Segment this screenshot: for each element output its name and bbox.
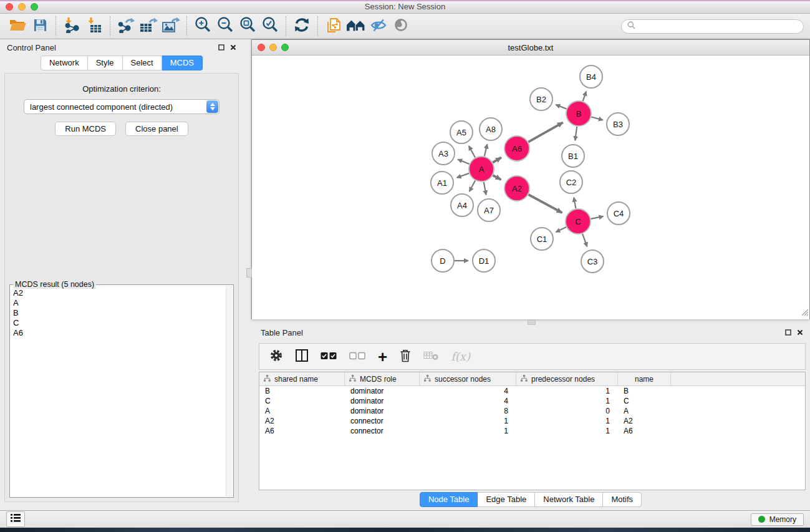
cell-successor-nodes[interactable]: 4 (420, 397, 516, 405)
run-mcds-button[interactable]: Run MCDS (55, 122, 116, 136)
table-row-A6[interactable]: A6connector11A6 (259, 426, 805, 436)
zoom-fit-button[interactable] (236, 16, 259, 37)
export-network-button[interactable] (115, 16, 137, 37)
mcds-result-item[interactable]: B (13, 308, 232, 318)
new-network-from-selection-button[interactable] (322, 16, 345, 37)
save-session-button[interactable] (29, 16, 51, 37)
cell-shared-name[interactable]: A2 (259, 417, 345, 425)
network-canvas[interactable]: B4B2BB3A5A8A6A3B1AA1C2A2A4A7C4CC1C3DD1 (252, 56, 809, 319)
network-zoom-button[interactable] (281, 44, 289, 51)
cell-predecessor-nodes[interactable]: 1 (516, 427, 618, 435)
select-all-checkboxes-icon[interactable] (321, 351, 337, 362)
close-table-panel-icon[interactable] (797, 329, 803, 336)
graph-edge-A-A4[interactable] (470, 181, 475, 192)
column-header-name[interactable]: name (618, 372, 671, 385)
mcds-result-item[interactable]: A6 (13, 328, 232, 338)
import-table-button[interactable] (83, 16, 105, 37)
zoom-window-button[interactable] (31, 3, 38, 11)
task-history-button[interactable] (6, 511, 25, 527)
mcds-result-item[interactable]: C (13, 318, 232, 328)
graph-edge-A6-B[interactable] (528, 122, 563, 142)
trash-icon[interactable] (399, 349, 412, 365)
open-file-button[interactable] (6, 16, 29, 37)
graph-edge-B-B2[interactable] (556, 105, 566, 109)
cell-name[interactable]: C (618, 397, 671, 405)
hide-selection-button[interactable] (367, 16, 390, 37)
cell-shared-name[interactable]: C (259, 397, 345, 405)
zoom-selected-button[interactable] (259, 16, 281, 37)
import-network-button[interactable] (60, 16, 83, 37)
search-field[interactable] (621, 19, 804, 34)
cell-predecessor-nodes[interactable]: 1 (516, 417, 618, 425)
cell-name[interactable]: A6 (618, 427, 671, 435)
table-row-B[interactable]: Bdominator41B (259, 386, 805, 396)
mcds-result-item[interactable]: A (13, 298, 232, 308)
network-minimize-button[interactable] (269, 44, 277, 51)
cell-shared-name[interactable]: B (259, 387, 345, 395)
criterion-dropdown[interactable]: largest connected component (directed) (24, 99, 219, 114)
tab-style[interactable]: Style (88, 56, 123, 70)
search-input[interactable] (639, 21, 798, 31)
cell-name[interactable]: B (618, 387, 671, 395)
zoom-out-button[interactable] (214, 16, 236, 37)
cell-shared-name[interactable]: A6 (259, 427, 345, 435)
table-row-A[interactable]: Adominator80A (259, 406, 805, 416)
column-header-predecessor-nodes[interactable]: predecessor nodes (516, 372, 618, 385)
gear-icon[interactable] (269, 349, 283, 365)
graph-edge-A-A5[interactable] (469, 146, 475, 158)
show-all-button[interactable] (390, 16, 412, 37)
column-header-successor-nodes[interactable]: successor nodes (420, 372, 516, 385)
tab-select[interactable]: Select (123, 56, 162, 70)
graph-edge-B-B1[interactable] (575, 127, 577, 140)
cell-mcds-role[interactable]: dominator (345, 387, 420, 395)
cell-shared-name[interactable]: A (259, 407, 345, 415)
cell-predecessor-nodes[interactable]: 1 (516, 397, 618, 405)
cell-predecessor-nodes[interactable]: 0 (516, 407, 618, 415)
cell-predecessor-nodes[interactable]: 1 (516, 387, 618, 395)
graph-edge-A-A8[interactable] (485, 144, 488, 156)
deselect-all-checkboxes-icon[interactable] (349, 351, 366, 362)
graph-edge-A-A7[interactable] (484, 182, 486, 195)
network-close-button[interactable] (258, 44, 265, 51)
column-header-mcds-role[interactable]: MCDS role (345, 372, 420, 385)
tab-network-table[interactable]: Network Table (535, 492, 603, 507)
table-row-C[interactable]: Cdominator41C (259, 396, 805, 406)
add-column-icon[interactable]: + (378, 351, 387, 363)
graph-edge-A-A1[interactable] (457, 173, 470, 178)
cell-successor-nodes[interactable]: 1 (420, 427, 516, 435)
export-image-button[interactable] (160, 16, 182, 37)
graph-edge-C-C3[interactable] (582, 234, 587, 247)
cell-mcds-role[interactable]: connector (345, 417, 420, 425)
table-row-A2[interactable]: A2connector11A2 (259, 416, 805, 426)
cell-mcds-role[interactable]: dominator (345, 397, 420, 405)
graph-edge-B-B4[interactable] (583, 92, 586, 101)
zoom-in-button[interactable] (191, 16, 214, 37)
float-panel-icon[interactable] (218, 44, 224, 51)
tab-node-table[interactable]: Node Table (420, 492, 478, 507)
float-table-panel-icon[interactable] (785, 329, 791, 336)
cell-successor-nodes[interactable]: 4 (420, 387, 516, 395)
export-table-button[interactable] (137, 16, 160, 37)
cell-name[interactable]: A (618, 407, 671, 415)
column-header-shared-name[interactable]: shared name (259, 372, 345, 385)
graph-edge-C-C4[interactable] (591, 216, 604, 219)
network-graph[interactable]: B4B2BB3A5A8A6A3B1AA1C2A2A4A7C4CC1C3DD1 (252, 56, 809, 319)
cell-successor-nodes[interactable]: 1 (420, 417, 516, 425)
cell-name[interactable]: A2 (618, 417, 671, 425)
close-panel-icon[interactable] (230, 44, 236, 51)
graph-edge-B-B3[interactable] (591, 117, 603, 120)
tab-mcds[interactable]: MCDS (162, 56, 203, 70)
tab-edge-table[interactable]: Edge Table (478, 492, 535, 507)
graph-edge-A-A6[interactable] (493, 158, 501, 163)
mcds-result-item[interactable]: A2 (13, 288, 232, 298)
tab-network[interactable]: Network (41, 56, 88, 70)
graph-edge-A-A2[interactable] (493, 175, 501, 180)
split-columns-icon[interactable] (295, 349, 309, 365)
graph-edge-C-C1[interactable] (556, 227, 567, 232)
graph-edge-A2-C[interactable] (529, 195, 562, 213)
close-panel-button[interactable]: Close panel (125, 122, 188, 136)
cell-successor-nodes[interactable]: 8 (420, 407, 516, 415)
result-scrollbar[interactable] (226, 286, 233, 496)
memory-button[interactable]: Memory (751, 513, 804, 526)
window-resize-grip[interactable] (799, 307, 809, 319)
